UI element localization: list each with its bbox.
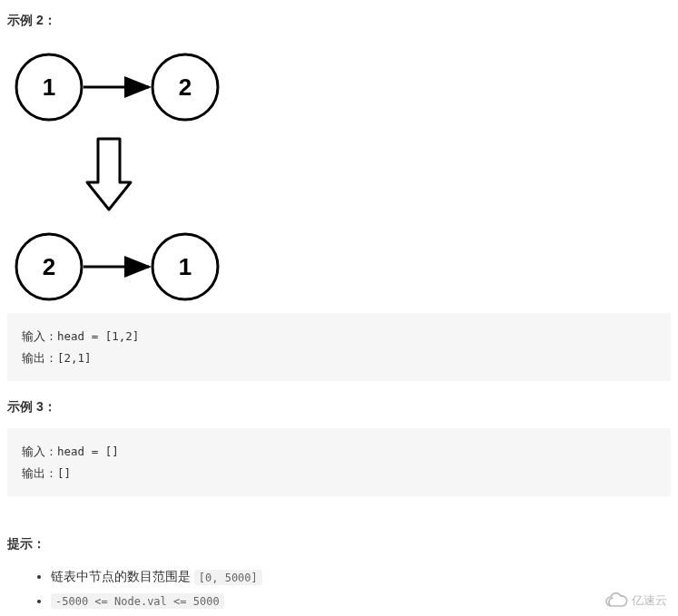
node-value: 1 — [179, 253, 192, 280]
watermark-text: 亿速云 — [632, 592, 667, 609]
transform-arrow-icon — [87, 139, 131, 210]
input-code: head = [1,2] — [57, 329, 139, 343]
input-code: head = [] — [57, 445, 119, 458]
hint-inline-code: -5000 <= Node.val <= 5000 — [51, 593, 224, 609]
input-line: 输入：head = [1,2] — [22, 326, 656, 347]
hint-text: 链表中节点的数目范围是 — [51, 570, 194, 583]
example-2-heading: 示例 2： — [7, 13, 671, 29]
hint-item: -5000 <= Node.val <= 5000 — [51, 592, 671, 612]
input-line: 输入：head = [] — [22, 441, 656, 463]
example-3-heading: 示例 3： — [7, 399, 671, 416]
node-value: 2 — [179, 73, 192, 101]
output-label: 输出： — [22, 466, 57, 480]
linked-list-diagram: 1 2 2 1 — [7, 42, 671, 308]
input-label: 输入： — [22, 445, 57, 458]
watermark: 亿速云 — [604, 592, 667, 609]
node-value: 2 — [43, 253, 55, 280]
output-line: 输出：[2,1] — [22, 347, 656, 369]
input-label: 输入： — [22, 329, 57, 343]
hints-heading: 提示： — [7, 536, 671, 552]
hint-inline-code: [0, 5000] — [194, 570, 262, 585]
output-line: 输出：[] — [22, 463, 656, 484]
output-code: [2,1] — [57, 351, 92, 365]
output-code: [] — [57, 466, 71, 480]
example-3-io: 输入：head = [] 输出：[] — [7, 428, 671, 496]
node-value: 1 — [43, 73, 55, 101]
hint-item: 链表中节点的数目范围是 [0, 5000] — [51, 567, 671, 588]
hints-list: 链表中节点的数目范围是 [0, 5000] -5000 <= Node.val … — [7, 567, 671, 612]
example-2-io: 输入：head = [1,2] 输出：[2,1] — [7, 313, 671, 381]
output-label: 输出： — [22, 351, 57, 365]
cloud-icon — [604, 592, 628, 609]
